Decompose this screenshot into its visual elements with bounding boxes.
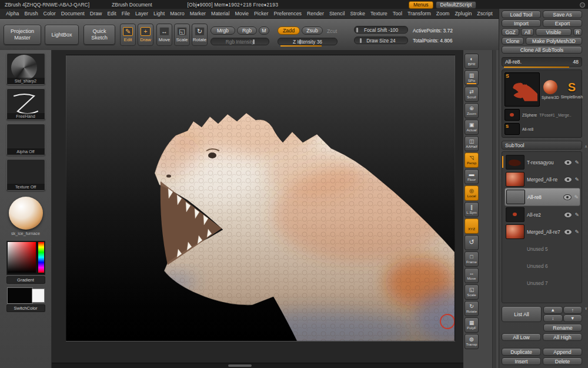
canvas-shelf-button[interactable]: Move (465, 268, 479, 283)
menu-item[interactable]: Texture (370, 11, 387, 16)
rgb-intensity-slider[interactable]: Rgb Intensity (211, 38, 269, 45)
canvas-shelf-button[interactable]: XYZ (465, 218, 479, 234)
tool-slot-simplebrush[interactable]: S SimpleBrush (561, 72, 583, 107)
subtool-shift-down-button[interactable]: ↓ (543, 314, 563, 322)
polypaint-icon[interactable] (574, 229, 579, 235)
rotate-button[interactable]: Rotate (192, 24, 208, 46)
scroll-up-icon[interactable]: ∧ (584, 144, 587, 149)
menu-item[interactable]: Zscript (477, 11, 492, 16)
canvas-shelf-button[interactable]: Persp (465, 152, 479, 168)
zcut-button[interactable]: Zcut (327, 28, 337, 34)
brush-selector[interactable]: Std_sharp2 (6, 53, 45, 85)
subtool-thumbnail[interactable] (506, 224, 524, 239)
save-as-button[interactable]: Save As (543, 11, 582, 18)
rename-button[interactable]: Rename (543, 324, 582, 331)
load-tool-button[interactable]: Load Tool (502, 11, 541, 18)
canvas-shelf-button[interactable]: Frame (465, 251, 479, 267)
menu-item[interactable]: File (122, 11, 130, 16)
polypaint-icon[interactable] (574, 212, 579, 218)
zsub-button[interactable]: Zsub (302, 26, 323, 35)
subtool-row[interactable]: All-re8 (505, 188, 580, 206)
menu-item[interactable]: Layer (135, 11, 148, 16)
eye-icon[interactable] (563, 194, 572, 200)
subtool-row[interactable]: All-re2 (505, 206, 580, 223)
window-menu-icon[interactable] (580, 2, 585, 8)
tool-slot-allre8[interactable]: S All-re8 (505, 123, 579, 135)
quick-sketch-button[interactable]: Quick Sketch (83, 25, 115, 45)
eye-icon[interactable] (564, 177, 572, 183)
canvas-shelf-button[interactable]: L.Sym (465, 202, 479, 217)
menu-item[interactable]: Transform (407, 11, 431, 16)
canvas-shelf-button[interactable]: AAHalf (465, 136, 479, 151)
material-selector[interactable] (9, 197, 43, 230)
m-button[interactable]: M (259, 26, 269, 35)
subtool-row[interactable]: Unused 7 (505, 274, 580, 291)
insert-button[interactable]: Insert (502, 357, 541, 365)
saturation-square[interactable] (8, 242, 36, 273)
main-color-swatch[interactable] (7, 287, 33, 304)
duplicate-button[interactable]: Duplicate (502, 348, 541, 356)
menu-item[interactable]: Preferences (274, 11, 302, 16)
subtool-shift-up-button[interactable]: ↑ (563, 306, 583, 314)
canvas-shelf-button[interactable]: Rotate (465, 301, 479, 316)
menu-item[interactable]: Edit (107, 11, 116, 16)
hue-strip[interactable] (38, 242, 44, 273)
polypaint-icon[interactable] (574, 177, 579, 183)
subtool-thumbnail[interactable] (506, 172, 524, 187)
canvas-shelf-button[interactable]: Zoom (465, 103, 479, 118)
subtool-header[interactable]: SubTool (502, 141, 582, 150)
canvas-shelf-button[interactable]: Scroll (465, 87, 479, 102)
tool-slot-zsphere[interactable]: ZSphere TPose#1 _Merge.. (505, 109, 579, 121)
canvas-shelf-button[interactable]: SPix (465, 70, 479, 85)
switch-color[interactable] (7, 287, 45, 303)
menu-item[interactable]: Zplugin (455, 11, 472, 16)
polypaint-icon[interactable] (574, 194, 579, 200)
draw-size-slider[interactable]: Draw Size 24 (354, 37, 408, 44)
mrgb-button[interactable]: Mrgb (211, 26, 235, 35)
stroke-selector[interactable]: FreeHand (6, 88, 45, 120)
zadd-button[interactable]: Zadd (278, 26, 300, 35)
canvas-shelf-button[interactable]: Actual (465, 120, 479, 135)
projection-master-button[interactable]: Projection Master (4, 25, 41, 45)
clone-button[interactable]: Clone (502, 37, 524, 45)
switch-color-button[interactable]: SwitchColor (6, 304, 45, 312)
menu-item[interactable]: Movie (235, 11, 248, 16)
polypaint-icon[interactable] (574, 160, 579, 165)
tool-slot-sphere3d[interactable]: Sphere3D (542, 72, 559, 107)
canvas-horizontal-scrollbar[interactable] (52, 363, 463, 368)
goz-visible-button[interactable]: Visible (536, 28, 572, 36)
subtool-row[interactable]: Unused 6 (505, 257, 580, 274)
list-all-button[interactable]: List All (502, 306, 542, 322)
scrollbar-handle[interactable] (228, 364, 252, 367)
subtool-row[interactable]: Merged_All-re (505, 171, 580, 188)
gradient-button[interactable]: Gradient (6, 276, 45, 284)
zscript-button[interactable]: DefaultZScript (436, 1, 477, 9)
canvas-shelf-button[interactable]: BPR (465, 54, 479, 69)
goz-r-button[interactable]: R (573, 28, 582, 36)
lightbox-button[interactable]: LightBox (45, 25, 79, 45)
eye-icon[interactable] (564, 229, 572, 235)
menu-item[interactable]: Macro (170, 11, 184, 16)
color-picker[interactable] (6, 241, 45, 275)
canvas-shelf-button[interactable] (465, 235, 479, 250)
canvas-shelf-button[interactable]: Transp (465, 334, 479, 349)
canvas-area[interactable] (52, 50, 463, 368)
subtool-thumbnail[interactable] (506, 155, 524, 170)
eye-icon[interactable] (564, 212, 572, 218)
draw-button[interactable]: Draw (138, 24, 153, 46)
panel-scrollbar[interactable]: ∧ ∨ (583, 9, 587, 368)
scroll-down-icon[interactable]: ∨ (584, 306, 587, 311)
clone-all-subtools-button[interactable]: Clone All SubTools (502, 46, 582, 54)
menu-item[interactable]: Marker (190, 11, 206, 16)
make-polymesh3d-button[interactable]: Make PolyMesh3D (526, 37, 582, 45)
z-intensity-slider[interactable]: Z Intensity 36 (278, 38, 338, 45)
menu-item[interactable]: Document (61, 11, 85, 16)
zsphere-thumbnail[interactable] (505, 109, 520, 121)
focal-shift-slider[interactable]: Focal Shift -100 (354, 26, 408, 34)
menus-button[interactable]: Menus (409, 1, 433, 9)
alpha-selector[interactable]: Alpha Off (6, 124, 45, 155)
canvas-shelf-button[interactable]: Local (465, 185, 479, 201)
menu-item[interactable]: Picker (254, 11, 268, 16)
menu-item[interactable]: Zoom (436, 11, 450, 16)
subtool-row[interactable]: Merged_All-re7 (505, 223, 580, 240)
